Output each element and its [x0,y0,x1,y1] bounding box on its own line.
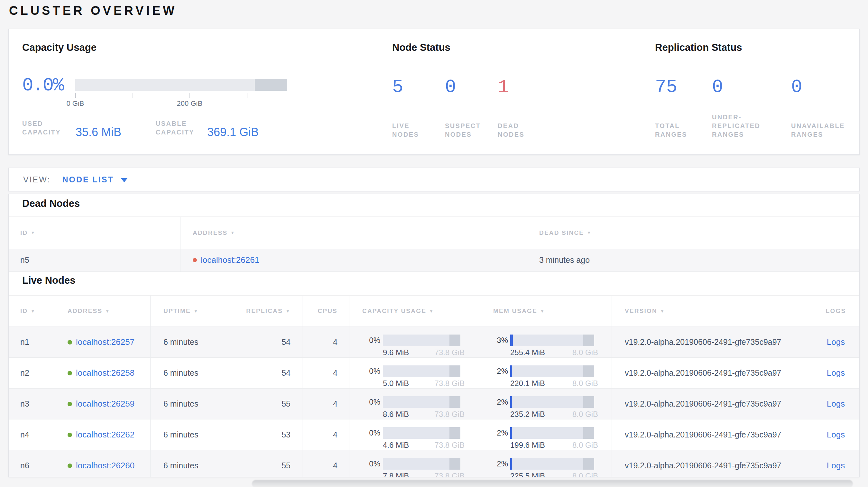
axis-tick [132,93,133,98]
node-version-cell: v19.2.0-alpha.20190606-2491-gfe735c9a97 [612,389,812,419]
logs-link[interactable]: Logs [827,368,845,378]
dead-col-header-id[interactable]: ID ▼ [9,217,180,249]
live-col-header-uptime[interactable]: UPTIME ▼ [150,296,222,326]
node-logs-cell: Logs [812,450,859,477]
node-cpus-cell: 4 [302,327,349,357]
node-id-cell: n2 [9,358,55,388]
total-ranges-stat: 75 TOTAL RANGES [655,78,687,139]
live-col-header-capacity-usage[interactable]: CAPACITY USAGE ▼ [349,296,480,326]
capacity-used-value: 5.0 MiB [383,379,409,388]
node-id-cell: n3 [9,389,55,419]
live-nodes-label: LIVE NODES [392,122,419,139]
live-node-row: n3 localhost:26259 6 minutes 55 4 0% 8.6… [9,389,859,419]
dead-col-header-dead-since[interactable]: DEAD SINCE ▼ [527,217,859,249]
chevron-down-icon[interactable] [121,178,127,183]
cluster-summary-card: Capacity Usage 0.0% 0 GiB 200 GiB USED C… [8,29,860,155]
replication-status-title: Replication Status [655,42,742,54]
node-logs-cell: Logs [812,389,859,419]
total-ranges-count: 75 [655,78,687,97]
node-version-cell: v19.2.0-alpha.20190606-2491-gfe735c9a97 [612,419,812,450]
sort-caret-icon: ▼ [660,309,665,314]
capacity-used-value: 4.6 MiB [383,441,409,450]
node-replicas-cell: 54 [222,358,302,388]
used-capacity-value: 35.6 MiB [75,126,121,138]
mem-bar-segment [583,396,594,408]
live-col-header-cpus: CPUS [302,296,349,326]
mem-percent: 3% [481,334,508,346]
live-node-row: n2 localhost:26258 6 minutes 54 4 0% 5.0… [9,358,859,389]
live-col-header-mem-usage[interactable]: MEM USAGE ▼ [480,296,612,326]
node-address-link[interactable]: localhost:26258 [76,368,134,378]
live-col-header-logs: LOGS [812,296,859,326]
node-address-link[interactable]: localhost:26260 [76,461,134,470]
unavailable-ranges-label: UNAVAILABLE RANGES [791,122,845,139]
dead-col-header-address[interactable]: ADDRESS ▼ [180,217,527,249]
node-uptime-cell: 6 minutes [150,389,222,419]
node-address-link[interactable]: localhost:26261 [201,255,259,265]
logs-link[interactable]: Logs [827,430,845,440]
bottom-scroll-shadow [252,480,853,487]
capacity-bar-segment [450,396,460,408]
sort-caret-icon: ▼ [587,230,592,235]
mem-total-value: 8.0 GiB [572,348,598,357]
node-uptime-cell: 6 minutes [150,327,222,357]
mem-bar-fill [510,458,512,469]
capacity-bar [383,458,460,469]
capacity-bar [383,334,460,346]
node-address-link[interactable]: localhost:26262 [76,430,134,440]
view-selector[interactable]: NODE LIST [62,175,114,184]
node-capacity-usage-cell: 0% 4.6 MiB73.8 GiB [349,419,480,450]
node-uptime-cell: 6 minutes [150,419,222,450]
dead-node-row: n5 localhost:26261 3 minutes ago [9,249,859,272]
page-title: CLUSTER OVERVIEW [9,4,177,18]
capacity-total-value: 73.8 GiB [435,472,465,477]
mem-bar-fill [510,334,513,346]
node-id-cell: n1 [9,327,55,357]
capacity-usage-bar: 0 GiB 200 GiB [75,79,287,91]
live-col-header-address[interactable]: ADDRESS ▼ [55,296,150,326]
node-cpus-cell: 4 [302,389,349,419]
capacity-bar-segment [450,365,460,377]
dead-nodes-stat: 1 DEAD NODES [498,78,524,139]
mem-used-value: 225.5 MiB [510,472,545,477]
live-col-header-id[interactable]: ID ▼ [9,296,55,326]
live-col-header-version[interactable]: VERSION ▼ [612,296,812,326]
node-uptime-cell: 6 minutes [150,450,222,477]
suspect-nodes-label: SUSPECT NODES [445,122,480,139]
node-id-cell: n6 [9,450,55,477]
capacity-percent: 0% [349,365,380,377]
capacity-used-value: 9.6 MiB [383,348,409,357]
mem-bar-segment [583,458,594,469]
logs-link[interactable]: Logs [827,461,845,470]
sort-caret-icon: ▼ [194,309,198,314]
capacity-used-value: 8.6 MiB [383,410,409,419]
capacity-values: 9.6 MiB73.8 GiB [383,348,465,357]
capacity-total-value: 73.8 GiB [435,410,465,419]
mem-bar [510,334,594,346]
node-address-link[interactable]: localhost:26259 [76,399,134,409]
node-replicas-cell: 54 [222,327,302,357]
logs-link[interactable]: Logs [827,399,845,409]
capacity-values: 7.8 MiB73.8 GiB [383,472,465,477]
node-address-cell: localhost:26258 [55,358,150,388]
mem-bar-fill [510,427,512,439]
axis-tick [189,93,190,98]
node-address-link[interactable]: localhost:26257 [76,337,134,347]
capacity-bar-segment [255,79,287,91]
usable-capacity-stat: USABLE CAPACITY 369.1 GiB [156,119,259,137]
node-id-cell: n4 [9,419,55,450]
live-col-header-replicas[interactable]: REPLICAS ▼ [222,296,302,326]
mem-used-value: 255.4 MiB [510,348,545,357]
logs-link[interactable]: Logs [827,337,845,347]
node-replicas-cell: 53 [222,419,302,450]
axis-tick-label: 0 GiB [66,99,84,108]
nodes-section: Dead Nodes ID ▼ ADDRESS ▼ DEAD SINCE ▼ n… [8,194,860,477]
sort-caret-icon: ▼ [105,309,110,314]
live-nodes-stat: 5 LIVE NODES [392,78,419,139]
sort-caret-icon: ▼ [31,309,35,314]
unavailable-ranges-stat: 0 UNAVAILABLE RANGES [791,78,845,139]
node-version-cell: v19.2.0-alpha.20190606-2491-gfe735c9a97 [612,358,812,388]
view-label: VIEW: [23,175,51,184]
usable-capacity-label: USABLE CAPACITY [156,119,207,137]
mem-percent: 2% [481,365,508,377]
